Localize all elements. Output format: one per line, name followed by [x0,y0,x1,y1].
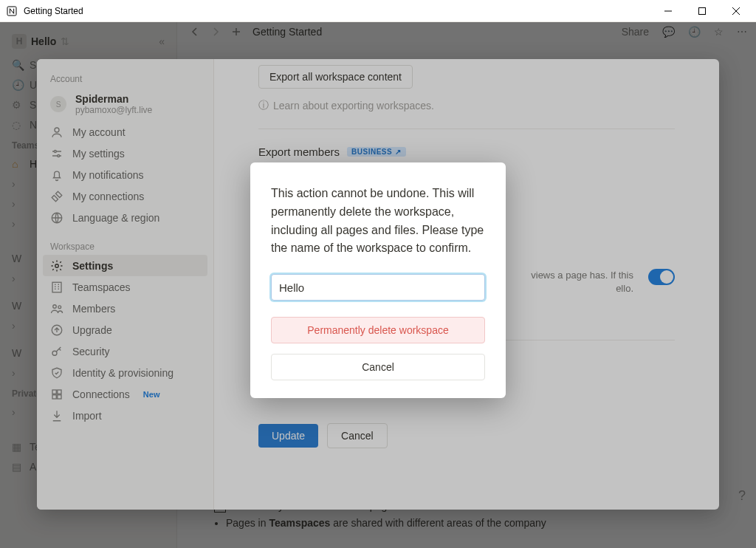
window-maximize-button[interactable] [685,0,719,22]
app-logo-icon [6,5,18,17]
svg-rect-1 [699,7,706,14]
window-title: Getting Started [24,6,83,16]
dialog-message: This action cannot be undone. This will … [271,185,485,258]
window-titlebar: Getting Started [0,0,756,22]
dialog-cancel-button[interactable]: Cancel [271,354,485,380]
window-minimize-button[interactable] [651,0,685,22]
delete-confirm-dialog: This action cannot be undone. This will … [250,162,506,398]
window-close-button[interactable] [719,0,753,22]
permanently-delete-button[interactable]: Permanently delete workspace [271,317,485,343]
workspace-name-input[interactable] [271,274,485,301]
